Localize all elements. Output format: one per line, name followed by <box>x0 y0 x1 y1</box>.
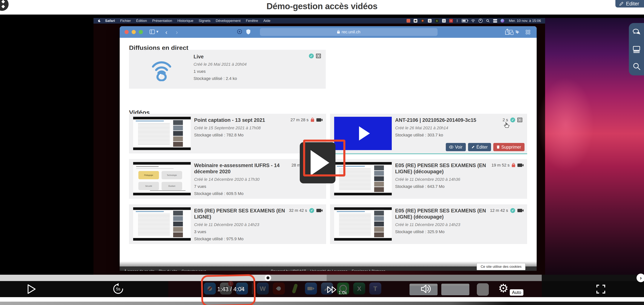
menu-safari: Safari <box>102 19 118 23</box>
battery-icon <box>462 19 468 23</box>
video-storage: Stockage utilisé : 609.5 Mo <box>194 191 302 196</box>
edit-page-button[interactable]: Editer <box>616 0 644 8</box>
video-duration: 32 m 42 s <box>289 208 307 213</box>
camera-type-icon <box>518 164 522 167</box>
video-views: 7 vues <box>194 184 302 189</box>
video-title: Webinaire e-assessment IUFRS - 14 décemb… <box>194 162 302 175</box>
video-card-e05: E05 (RE) PENSER SES EXAMENS (EN LIGNE) C… <box>129 204 326 244</box>
video-player-frame[interactable]: Safari Fichier Édition Présentation Hist… <box>0 15 644 305</box>
broadcast-icon <box>150 55 173 82</box>
user-account-icon <box>478 19 483 23</box>
video-thumbnail: Pédagogie Technologie Sécurité Étudiant <box>133 162 191 195</box>
playback-speed-label: 1.0x <box>338 290 347 295</box>
mouse-settings-icon <box>442 19 446 23</box>
bottom-gray-bar <box>0 302 644 305</box>
menu-aide: Aide <box>261 19 273 23</box>
video-storage: Stockage utilisé : 975.9 Mo <box>194 236 302 241</box>
menu-presentation: Présentation <box>150 19 175 23</box>
video-date: Créé le 11 Décembre 2020 à 14h23 <box>194 222 302 227</box>
video-card-point-captation: Point captation - 13 sept 2021 Créé le 1… <box>129 114 326 153</box>
apple-logo-icon <box>98 19 101 23</box>
video-card-ant-2106: ANT-2106 | 20210526-201409-3c15 Créé le … <box>330 114 527 154</box>
footer-university: Université de Lausanne <box>310 269 348 271</box>
next-chapter-button[interactable]: › <box>636 273 644 282</box>
play-button[interactable] <box>26 284 37 294</box>
video-title: ANT-2106 | 20210526-201409-3c15 <box>395 117 504 123</box>
pencil-icon <box>619 2 624 6</box>
menu-edition: Édition <box>134 19 150 23</box>
progress-knob[interactable] <box>265 275 271 281</box>
recorder-icon <box>421 19 424 23</box>
close-window-button <box>124 30 129 34</box>
viewer-tool-rail <box>629 23 644 75</box>
rewind-5s-button[interactable]: 5s <box>112 283 124 295</box>
c-app-icon: C <box>428 19 432 23</box>
swiss-flag-icon: + <box>449 19 453 23</box>
play-icon <box>359 126 370 141</box>
progress-buffered <box>268 275 327 281</box>
bluetooth-icon: ᛒ <box>456 19 458 23</box>
published-check-icon: ✓ <box>309 208 314 213</box>
video-storage: Stockage utilisé : 303.7 ko <box>395 133 504 138</box>
recorded-macos-menubar: Safari Fichier Édition Présentation Hist… <box>94 18 545 24</box>
camera-type-icon <box>518 209 522 212</box>
camera-type-icon <box>316 118 321 122</box>
video-storage: Stockage utilisé : 325.9 Mo <box>395 229 504 234</box>
playback-speed-icon[interactable] <box>327 286 337 293</box>
cursor-pointer-icon <box>504 122 510 129</box>
volume-icon[interactable] <box>421 284 432 294</box>
comments-icon[interactable] <box>632 28 641 37</box>
video-title: E05 (RE) PENSER SES EXAMENS (EN LIGNE) (… <box>395 208 504 220</box>
new-tab-button: + <box>516 29 520 35</box>
delete-button: Supprimer <box>493 143 524 151</box>
page-title: Démo-gestion accès vidéos <box>0 0 644 12</box>
video-date: Créé le 14 Décembre 2020 à 17h30 <box>194 177 302 182</box>
video-duration: 27 m 28 s <box>290 118 308 122</box>
video-page: Démo-gestion accès vidéos Editer Safari … <box>0 0 644 305</box>
footer-gradient <box>120 261 537 266</box>
annotation-rectangle-time <box>201 274 256 305</box>
video-title: Point captation - 13 sept 2021 <box>194 117 302 123</box>
slide-box-etudiant: Étudiant <box>162 182 182 190</box>
video-date: Créé le 11 Décembre 2020 à 14h23 <box>395 222 504 227</box>
menu-fichier: Fichier <box>118 19 134 23</box>
quality-badge: Auto <box>510 289 524 296</box>
fullscreen-button[interactable] <box>596 284 606 294</box>
player-controls: ⚙1 A W X T <box>0 281 644 297</box>
progress-remaining-dark <box>542 275 644 281</box>
site-footer: À propos de ce site · Plan du site · Con… <box>120 266 537 271</box>
menu-fenetre: Fenêtre <box>243 19 261 23</box>
video-duration: 12 m 42 s <box>490 208 508 213</box>
slide-box-technologie: Technologie <box>162 171 182 179</box>
rewind-label: 5s <box>112 287 124 291</box>
published-check-icon: ✓ <box>309 54 314 58</box>
video-card-webinaire: Pédagogie Technologie Sécurité Étudiant … <box>129 159 326 199</box>
live-views: 1 vues <box>194 69 247 74</box>
locked-icon <box>512 164 515 167</box>
pencil-icon <box>472 145 475 149</box>
progress-remaining <box>327 275 542 281</box>
bottom-white-strip <box>0 297 644 302</box>
video-duration: 19 m 52 s <box>492 163 510 168</box>
back-button: ‹ <box>165 29 167 35</box>
video-title: E05 (RE) PENSER SES EXAMENS (EN LIGNE) (… <box>395 162 504 175</box>
slide-box-securite: Sécurité <box>138 182 159 190</box>
settings-gear-icon[interactable]: ⚙ <box>498 281 508 295</box>
live-meta: Live Créé le 26 Mai 2021 à 20h04 1 vues … <box>194 54 247 81</box>
safari-toolbar: ▾ ‹ › rec.unil.ch ↻ + <box>120 26 537 38</box>
search-icon[interactable] <box>632 62 641 71</box>
locked-icon <box>311 119 314 122</box>
menu-historique: Historique <box>175 19 196 23</box>
live-card: Live Créé le 26 Mai 2021 à 20h04 1 vues … <box>129 50 326 89</box>
edit-page-label: Editer <box>626 1 639 7</box>
privacy-report-icon <box>237 29 242 35</box>
live-date: Créé le 26 Mai 2021 à 20h04 <box>194 62 247 67</box>
video-date: Créé le 15 Septembre 2021 à 17h08 <box>194 126 302 130</box>
progress-bar[interactable] <box>0 275 644 281</box>
footer-teaching: Enseigner à Distance <box>352 269 386 271</box>
video-storage: Stockage utilisé : 782.8 Mo <box>194 133 302 138</box>
slide-box-pedagogie: Pédagogie <box>138 171 159 179</box>
chevron-down-icon: ▾ <box>156 29 158 34</box>
forward-button: › <box>176 29 178 35</box>
slides-screen-icon[interactable] <box>632 45 641 54</box>
